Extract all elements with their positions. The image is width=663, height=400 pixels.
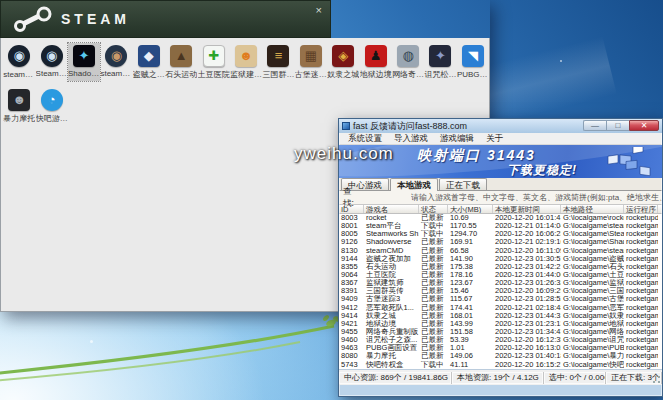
close-icon[interactable]: × <box>316 4 322 16</box>
app-shortcut[interactable]: ✦Shadowv... <box>68 43 100 81</box>
menu-item[interactable]: 导入游戏 <box>388 133 434 145</box>
table-cell: 2020-12-20 16:11:09 <box>493 247 561 255</box>
search-input[interactable]: 请输入游戏首字母、中文字母、英文名、游戏简拼(例如:pta、绝地求生、pubg、… <box>411 192 662 203</box>
table-cell: 5743 <box>339 361 364 369</box>
app-shortcut[interactable]: ▲石头运动 <box>165 43 197 81</box>
tab-正在下载[interactable]: 正在下载 <box>439 178 487 190</box>
table-row[interactable]: 9412恶军敢死队1...已最新174.412020-12-21 02:18:4… <box>339 304 662 312</box>
table-cell: steam平台 <box>364 222 419 230</box>
column-header[interactable]: 运行程序 <box>624 205 658 213</box>
table-cell: G:\localgame\PUBG画面设置\ <box>561 344 624 352</box>
table-row[interactable]: 9126Shadowverse已最新169.912020-12-21 02:19… <box>339 238 662 246</box>
table-row[interactable]: 8367监狱建筑师已最新123.672020-12-23 01:26:32G:\… <box>339 279 662 287</box>
close-button[interactable]: ✕ <box>629 120 659 131</box>
system-shock-icon: ◍ <box>397 45 419 67</box>
column-header[interactable]: 状态 <box>419 205 448 213</box>
app-shortcut[interactable]: ◥PUBG图.. <box>457 43 489 81</box>
table-row[interactable]: 9421地狱边境已最新143.992020-12-23 01:23:13G:\l… <box>339 320 662 328</box>
table-cell: 2020-12-20 16:01:41 <box>493 214 561 222</box>
table-row[interactable]: 5743快吧特权盒下载中41.112020-12-20 16:15:27G:\l… <box>339 361 662 369</box>
table-cell: G:\localgame\三国群英传\ <box>561 287 624 295</box>
app-shortcut[interactable]: ♟地狱边境 <box>359 43 391 81</box>
app-shortcut[interactable]: ▦古堡迷踪③ <box>295 43 327 81</box>
table-row[interactable]: 9064土豆医院已最新178.162020-12-23 01:44:06G:\l… <box>339 271 662 279</box>
app-shortcut[interactable]: ◔快吧游戏盒 <box>36 87 69 125</box>
app-shortcut[interactable]: ✦诅咒松子.. <box>424 43 456 81</box>
resize-grip[interactable] <box>652 375 661 384</box>
search-row: 查找: 请输入游戏首字母、中文字母、英文名、游戏简拼(例如:pta、绝地求生、p… <box>339 191 662 205</box>
app-shortcut[interactable]: ≡三国群英传 <box>262 43 294 81</box>
app-shortcut-label: 盗贼之夜... <box>133 69 165 80</box>
table-cell: 土豆医院 <box>364 271 419 279</box>
minimize-button[interactable]: — <box>583 120 606 131</box>
table-cell: Steamworks Sh... <box>364 230 419 238</box>
table-row[interactable]: 9460诅咒松子之森...已最新53.392020-12-20 16:12:35… <box>339 336 662 344</box>
app-shortcut-label: Shadowv... <box>68 69 100 78</box>
status-segment: 中心资源: 869个 / 19841.86G <box>339 372 452 384</box>
column-header[interactable]: ID <box>339 205 364 213</box>
table-cell: 8080 <box>339 352 364 360</box>
table-row[interactable]: 9144盗贼之夜加加已最新141.902020-12-23 01:30:53G:… <box>339 255 662 263</box>
table-cell: 8005 <box>339 230 364 238</box>
table-cell: rocketupdate.exe <box>624 214 658 222</box>
table-row[interactable]: 8003rocket已最新10.692020-12-20 16:01:41G:\… <box>339 214 662 222</box>
maximize-button[interactable]: □ <box>606 120 629 131</box>
app-shortcut[interactable]: ◉steam平台 <box>3 43 35 81</box>
table-cell: rocketgame.exe <box>624 312 658 320</box>
table-row[interactable]: 8001steam平台下载中1170.552020-12-21 01:14:04… <box>339 222 662 230</box>
menu-item[interactable]: 游戏编辑 <box>434 133 480 145</box>
table-cell: 2020-12-23 01:28:52 <box>493 295 561 303</box>
table-cell: G:\localgame\steam平台\ <box>561 222 624 230</box>
table-cell: 古堡迷踪3 <box>364 295 419 303</box>
table-cell: G:\localgame\Steamworks S... <box>561 230 624 238</box>
steamworks-icon: ◉ <box>41 45 63 67</box>
column-header[interactable]: 大小(MB) <box>448 205 493 213</box>
app-shortcut[interactable]: ◉steamCMD <box>100 43 132 81</box>
column-header[interactable]: 本地路径 <box>561 205 624 213</box>
steam-window-title: STEAM <box>61 11 130 27</box>
table-row[interactable]: 8391三国群英传已最新15.462020-12-20 16:09:29G:\l… <box>339 287 662 295</box>
tab-bar: 中心游戏本地游戏正在下载 <box>339 178 662 191</box>
menu-item[interactable]: 系统设置 <box>342 133 388 145</box>
app-shortcut[interactable]: ☻监狱建筑师 <box>230 43 262 81</box>
app-shortcut[interactable]: ◈奴隶之城 <box>327 43 359 81</box>
table-cell: rocketgame.exe <box>624 279 658 287</box>
table-row[interactable]: 8005Steamworks Sh...下载中1294.702020-12-20… <box>339 230 662 238</box>
table-row[interactable]: 8080暴力摩托已最新149.062020-12-23 01:40:18G:\l… <box>339 352 662 360</box>
table-cell: 169.91 <box>448 238 493 246</box>
table-cell: rocketgame.exe <box>624 222 658 230</box>
table-cell: 15.46 <box>448 287 493 295</box>
table-cell: PUBG画面设置 <box>364 344 419 352</box>
column-header[interactable]: 游戏名 <box>364 205 419 213</box>
app-shortcut-label: steamCMD <box>100 69 132 78</box>
table-cell: 2020-12-21 02:19:16 <box>493 238 561 246</box>
table-row[interactable]: 9455网络奇兵重制版已最新151.582020-12-23 01:34:43G… <box>339 328 662 336</box>
tab-本地游戏[interactable]: 本地游戏 <box>390 178 438 191</box>
column-header[interactable]: 本地更新时间 <box>493 205 561 213</box>
table-row[interactable]: 8130steamCMD已最新66.582020-12-20 16:11:09G… <box>339 247 662 255</box>
app-shortcut[interactable]: ✚土豆医院 <box>197 43 229 81</box>
table-cell: rocketgame.exe <box>624 255 658 263</box>
table-cell: 2020-12-23 01:26:32 <box>493 279 561 287</box>
table-cell: 2020-12-23 01:34:43 <box>493 328 561 336</box>
kuaiba-gamebox-icon: ◔ <box>41 89 63 111</box>
table-cell: 盗贼之夜加加 <box>364 255 419 263</box>
table-cell: 10.69 <box>448 214 493 222</box>
table-row[interactable]: 9463PUBG画面设置已最新1.012020-12-20 16:13:02G:… <box>339 344 662 352</box>
menu-item[interactable]: 关于 <box>480 133 509 145</box>
app-shortcut[interactable]: ◆盗贼之夜... <box>133 43 165 81</box>
table-cell: rocketgame.exe <box>624 344 658 352</box>
table-row[interactable]: 9409古堡迷踪3已最新115.672020-12-23 01:28:52G:\… <box>339 295 662 303</box>
table-header-row: ID游戏名状态大小(MB)本地更新时间本地路径运行程序 <box>339 205 662 214</box>
table-cell: 2020-12-21 02:18:48 <box>493 304 561 312</box>
shadowverse-icon: ✦ <box>73 45 95 67</box>
app-shortcut[interactable]: ◍网络奇兵.. <box>392 43 424 81</box>
table-cell: 9414 <box>339 312 364 320</box>
app-shortcut[interactable]: ☻暴力摩托 <box>3 87 36 125</box>
table-row[interactable]: 8355石头运动已最新175.382020-12-23 01:42:21G:\l… <box>339 263 662 271</box>
table-row[interactable]: 9414奴隶之城已最新168.012020-12-23 01:44:31G:\l… <box>339 312 662 320</box>
steam-window-titlebar[interactable]: STEAM × <box>0 0 331 38</box>
table-cell: 41.11 <box>448 361 493 369</box>
app-shortcut[interactable]: ◉Steamwo... <box>35 43 67 81</box>
downloader-titlebar[interactable]: fast 反馈请访问fast-888.com —□✕ <box>339 119 662 133</box>
